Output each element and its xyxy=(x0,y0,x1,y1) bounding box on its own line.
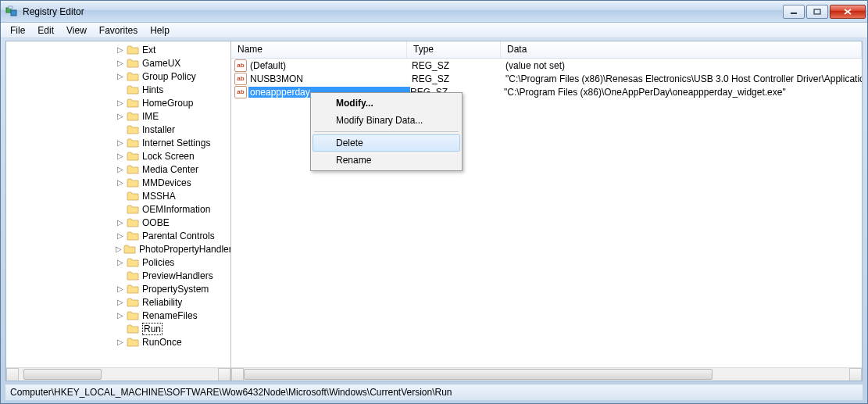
tree-item-label: Media Center xyxy=(142,164,198,175)
svg-rect-1 xyxy=(11,10,16,16)
tree-item-label: Parental Controls xyxy=(142,231,215,241)
tree-item-label: IME xyxy=(142,111,159,122)
tree-item-label: PhotoPropertyHandler xyxy=(139,244,230,255)
tree-item[interactable]: Hints xyxy=(6,83,230,96)
expand-icon[interactable]: ▷ xyxy=(116,152,125,160)
expand-icon[interactable]: ▷ xyxy=(116,72,125,80)
value-row[interactable]: ab(Default)REG_SZ(value not set) xyxy=(231,59,862,72)
column-header-data[interactable]: Data xyxy=(501,41,862,58)
tree-item-label: PropertySystem xyxy=(142,284,209,295)
tree-pane[interactable]: ▷Ext▷GameUX▷Group PolicyHints▷HomeGroup▷… xyxy=(6,41,231,381)
tree-item-label: MMDevices xyxy=(142,177,191,188)
expand-icon[interactable]: ▷ xyxy=(116,311,125,320)
list-header: Name Type Data xyxy=(231,41,862,59)
tree-item[interactable]: ▷Ext xyxy=(6,43,230,56)
tree-hscrollbar[interactable] xyxy=(6,367,230,381)
list-hscrollbar[interactable] xyxy=(231,367,862,381)
menu-edit[interactable]: Edit xyxy=(31,23,60,38)
string-value-icon: ab xyxy=(234,86,247,98)
tree-item-label: Hints xyxy=(142,84,163,95)
maximize-button[interactable] xyxy=(806,5,828,19)
context-menu-modify-binary[interactable]: Modify Binary Data... xyxy=(313,112,460,129)
tree-item[interactable]: Run xyxy=(6,322,230,335)
tree-item[interactable]: Installer xyxy=(6,123,230,136)
menu-help[interactable]: Help xyxy=(144,23,176,38)
value-data: "C:\Program Files (x86)\OneAppPerDay\one… xyxy=(504,87,862,98)
tree-item-label: Internet Settings xyxy=(142,138,210,148)
expand-icon[interactable]: ▷ xyxy=(116,138,125,147)
close-button[interactable] xyxy=(830,5,866,19)
tree-item[interactable]: ▷Lock Screen xyxy=(6,149,230,163)
expand-icon[interactable]: ▷ xyxy=(116,112,125,120)
tree-item[interactable]: ▷OOBE xyxy=(6,216,230,229)
tree-item[interactable]: ▷Parental Controls xyxy=(6,229,230,242)
expand-icon[interactable]: ▷ xyxy=(116,59,125,67)
menu-favorites[interactable]: Favorites xyxy=(93,23,144,38)
window-title: Registry Editor xyxy=(23,6,84,17)
tree-item[interactable]: ▷IME xyxy=(6,109,230,123)
value-row[interactable]: abNUSB3MONREG_SZ"C:\Program Files (x86)\… xyxy=(231,72,862,85)
tree-item[interactable]: ▷GameUX xyxy=(6,56,230,70)
tree-item[interactable]: ▷Policies xyxy=(6,256,230,269)
expand-icon[interactable]: ▷ xyxy=(116,45,125,54)
column-header-type[interactable]: Type xyxy=(407,41,501,58)
regedit-icon xyxy=(5,5,18,18)
tree-item[interactable]: ▷RenameFiles xyxy=(6,309,230,322)
tree-scroll-thumb[interactable] xyxy=(23,369,102,380)
tree-item-label: Installer xyxy=(142,124,175,135)
expand-icon[interactable]: ▷ xyxy=(116,338,125,346)
tree-item[interactable]: ▷Group Policy xyxy=(6,70,230,83)
value-type: REG_SZ xyxy=(412,60,505,71)
context-menu-modify[interactable]: Modify... xyxy=(313,95,460,112)
tree-item[interactable]: ▷Internet Settings xyxy=(6,136,230,149)
context-menu-separator xyxy=(314,131,459,132)
tree-item[interactable]: ▷PhotoPropertyHandler xyxy=(6,242,230,256)
tree-item-label: RunOnce xyxy=(142,337,182,348)
tree-item[interactable]: PreviewHandlers xyxy=(6,269,230,282)
value-data: (value not set) xyxy=(505,60,862,71)
string-value-icon: ab xyxy=(234,59,247,72)
tree-item-label: Policies xyxy=(142,257,174,268)
list-scroll-thumb[interactable] xyxy=(244,369,713,380)
context-menu-rename[interactable]: Rename xyxy=(313,152,460,169)
expand-icon[interactable]: ▷ xyxy=(116,298,125,306)
tree-item[interactable]: ▷PropertySystem xyxy=(6,282,230,295)
svg-rect-4 xyxy=(814,9,820,14)
value-name: NUSB3MON xyxy=(250,73,412,84)
tree-item[interactable]: ▷Reliability xyxy=(6,295,230,309)
tree-item[interactable]: ▷RunOnce xyxy=(6,335,230,349)
expand-icon[interactable]: ▷ xyxy=(116,178,125,187)
tree-item-label: OOBE xyxy=(142,217,170,228)
tree-item[interactable]: ▷MMDevices xyxy=(6,176,230,189)
expand-icon[interactable]: ▷ xyxy=(116,231,125,240)
tree-item-label: RenameFiles xyxy=(142,310,198,321)
tree-item-label: PreviewHandlers xyxy=(142,270,213,281)
svg-rect-2 xyxy=(9,6,13,9)
tree-item[interactable]: ▷HomeGroup xyxy=(6,96,230,109)
expand-icon[interactable]: ▷ xyxy=(116,165,125,173)
context-menu-delete[interactable]: Delete xyxy=(313,134,460,152)
value-data: "C:\Program Files (x86)\Renesas Electron… xyxy=(505,73,862,84)
expand-icon[interactable]: ▷ xyxy=(116,218,125,227)
tree-item-label: Reliability xyxy=(142,297,182,308)
registry-editor-window: Registry Editor File Edit View Favorites… xyxy=(0,0,868,404)
tree-item[interactable]: ▷Media Center xyxy=(6,163,230,176)
expand-icon[interactable]: ▷ xyxy=(116,284,125,293)
minimize-button[interactable] xyxy=(783,5,805,19)
menu-view[interactable]: View xyxy=(60,23,93,38)
context-menu[interactable]: Modify... Modify Binary Data... Delete R… xyxy=(310,92,463,171)
column-header-name[interactable]: Name xyxy=(231,41,407,58)
tree-content[interactable]: ▷Ext▷GameUX▷Group PolicyHints▷HomeGroup▷… xyxy=(6,41,230,367)
value-type: REG_SZ xyxy=(412,73,505,84)
titlebar[interactable]: Registry Editor xyxy=(1,1,867,23)
expand-icon[interactable]: ▷ xyxy=(116,245,122,253)
window-controls xyxy=(783,5,866,19)
expand-icon[interactable]: ▷ xyxy=(116,258,125,266)
titlebar-left: Registry Editor xyxy=(5,5,84,18)
tree-item[interactable]: OEMInformation xyxy=(6,202,230,216)
menu-file[interactable]: File xyxy=(4,23,31,38)
tree-item-label: HomeGroup xyxy=(142,98,193,109)
tree-item[interactable]: MSSHA xyxy=(6,189,230,202)
expand-icon[interactable]: ▷ xyxy=(116,98,125,107)
string-value-icon: ab xyxy=(234,73,247,85)
